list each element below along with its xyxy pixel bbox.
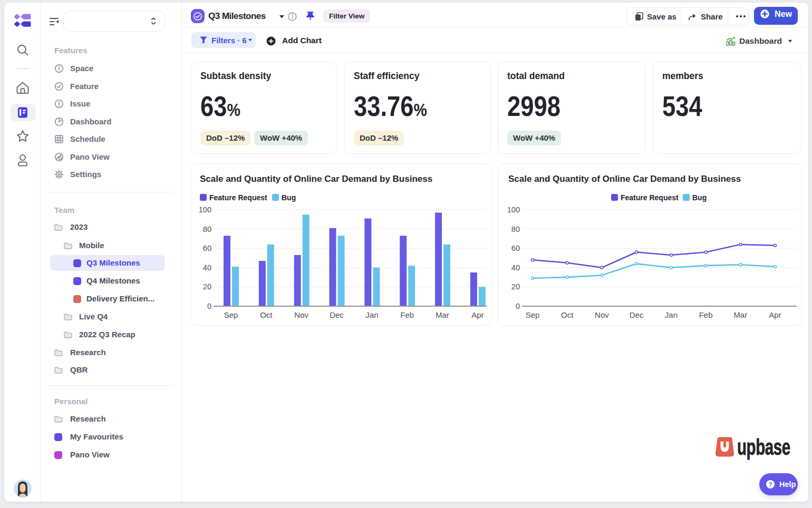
svg-text:Jan: Jan xyxy=(665,310,678,319)
svg-text:Oct: Oct xyxy=(260,310,273,319)
svg-text:Oct: Oct xyxy=(561,310,574,319)
svg-text:Apr: Apr xyxy=(769,310,781,319)
svg-text:Sep: Sep xyxy=(224,310,238,319)
svg-text:Feature Request: Feature Request xyxy=(209,193,267,202)
svg-text:80: 80 xyxy=(511,225,520,233)
svg-text:Bug: Bug xyxy=(282,193,296,202)
svg-text:20: 20 xyxy=(511,282,520,291)
svg-text:?: ? xyxy=(769,481,772,487)
svg-text:Mar: Mar xyxy=(733,310,747,319)
svg-text:Jan: Jan xyxy=(365,310,378,319)
svg-text:Dec: Dec xyxy=(330,310,344,319)
svg-text:100: 100 xyxy=(199,206,211,214)
svg-text:60: 60 xyxy=(203,244,211,252)
svg-text:40: 40 xyxy=(511,263,520,272)
svg-text:60: 60 xyxy=(511,244,520,252)
svg-text:Feb: Feb xyxy=(699,310,713,319)
svg-text:0: 0 xyxy=(207,302,211,310)
svg-text:Nov: Nov xyxy=(294,310,308,319)
svg-text:0: 0 xyxy=(516,302,520,310)
svg-text:Feb: Feb xyxy=(400,310,414,319)
svg-text:Apr: Apr xyxy=(471,310,484,319)
svg-text:80: 80 xyxy=(203,225,211,233)
svg-text:Sep: Sep xyxy=(526,310,540,319)
svg-text:40: 40 xyxy=(203,263,211,272)
svg-text:Feature Request: Feature Request xyxy=(621,193,679,202)
svg-text:20: 20 xyxy=(203,282,211,291)
svg-text:Mar: Mar xyxy=(436,310,449,319)
svg-text:Nov: Nov xyxy=(595,310,609,319)
svg-text:Dec: Dec xyxy=(630,310,644,319)
svg-text:Scale and Quantity of Online C: Scale and Quantity of Online Car Demand … xyxy=(508,174,741,184)
svg-text:Scale and Quantity of Online C: Scale and Quantity of Online Car Demand … xyxy=(200,174,432,184)
svg-text:100: 100 xyxy=(507,206,520,214)
svg-text:Bug: Bug xyxy=(692,193,707,202)
